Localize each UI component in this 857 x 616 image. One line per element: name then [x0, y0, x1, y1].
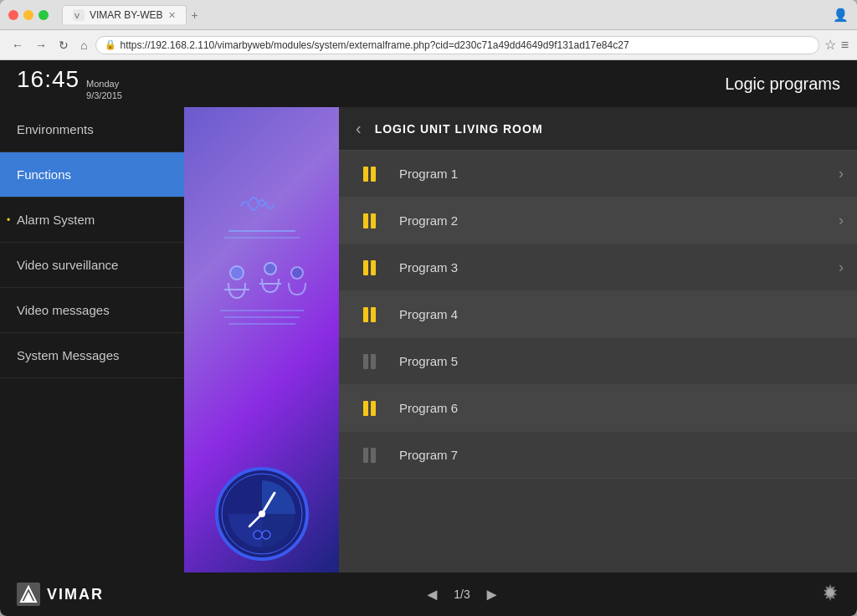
program-name-6: Program 6 [399, 401, 844, 415]
program-chevron-1: › [839, 165, 844, 182]
decorative-symbols [203, 181, 321, 499]
back-button[interactable]: ← [8, 37, 27, 54]
settings-icon [820, 583, 840, 603]
date-label: 9/3/2015 [86, 90, 122, 101]
programs-panel-title: LOGIC UNIT LIVING ROOM [375, 122, 543, 136]
pause-icon-7 [363, 448, 376, 463]
sidebar-item-alarm[interactable]: Alarm System [0, 198, 184, 243]
program-row-5[interactable]: Program 5 [339, 338, 857, 385]
tab-bar: V VIMAR BY-WEB ✕ + [62, 5, 819, 24]
pause-button-6[interactable] [352, 392, 386, 425]
address-bar[interactable]: 🔒 https://192.168.2.110/vimarbyweb/modul… [95, 36, 819, 54]
browser-window: V VIMAR BY-WEB ✕ + 👤 ← → ↻ ⌂ 🔒 https://1… [0, 0, 857, 616]
maximize-button[interactable] [38, 10, 49, 20]
program-name-3: Program 3 [399, 260, 839, 275]
tab-title: VIMAR BY-WEB [90, 9, 163, 21]
program-chevron-2: › [839, 212, 844, 229]
programs-header: ‹ LOGIC UNIT LIVING ROOM [339, 107, 857, 151]
home-button[interactable]: ⌂ [77, 37, 90, 54]
pagination: ◄ 1/3 ► [104, 585, 820, 604]
program-name-1: Program 1 [399, 167, 839, 181]
pause-icon-6 [363, 401, 376, 416]
pause-button-4[interactable] [352, 298, 386, 331]
profile-button[interactable]: 👤 [833, 8, 849, 23]
pause-button-3[interactable] [352, 251, 386, 285]
browser-titlebar: V VIMAR BY-WEB ✕ + 👤 [0, 0, 857, 30]
program-name-2: Program 2 [399, 213, 839, 228]
pause-icon-3 [363, 260, 376, 275]
new-tab-button[interactable]: + [187, 7, 203, 23]
app-title: Logic programs [725, 74, 840, 94]
program-row-6[interactable]: Program 6 [339, 385, 857, 432]
sidebar-item-environments[interactable]: Environments [0, 107, 184, 152]
pause-icon-1 [363, 167, 376, 182]
browser-toolbar: ← → ↻ ⌂ 🔒 https://192.168.2.110/vimarbyw… [0, 30, 857, 60]
app-content: 16:45 Monday 9/3/2015 Logic programs Env… [0, 60, 857, 616]
program-chevron-3: › [839, 259, 844, 276]
menu-button[interactable]: ≡ [841, 38, 849, 53]
svg-point-4 [230, 266, 244, 280]
program-row-3[interactable]: Program 3 › [339, 244, 857, 291]
program-row-2[interactable]: Program 2 › [339, 198, 857, 244]
program-name-5: Program 5 [399, 354, 844, 368]
main-area: Environments Functions Alarm System Vide… [0, 107, 857, 572]
program-name-4: Program 4 [399, 307, 844, 321]
reload-button[interactable]: ↻ [55, 37, 72, 54]
programs-panel: ‹ LOGIC UNIT LIVING ROOM [339, 107, 857, 572]
traffic-lights [8, 10, 49, 20]
vimar-logo: VIMAR [17, 583, 104, 606]
svg-point-16 [259, 511, 265, 517]
svg-point-18 [262, 531, 270, 539]
back-chevron-icon[interactable]: ‹ [356, 119, 362, 138]
programs-list: Program 1 › Program 2 [339, 151, 857, 572]
pause-icon-4 [363, 307, 376, 322]
svg-point-6 [264, 263, 276, 275]
bg-symbols [184, 107, 339, 572]
tab-favicon: V [73, 9, 85, 21]
content-panel: ‹ LOGIC UNIT LIVING ROOM [184, 107, 857, 572]
sidebar-item-video-messages[interactable]: Video messages [0, 288, 184, 333]
pause-icon-5 [363, 354, 376, 369]
tab-close-button[interactable]: ✕ [168, 10, 176, 21]
close-button[interactable] [8, 10, 18, 20]
svg-point-8 [291, 267, 303, 279]
clock-icon [212, 464, 312, 564]
lock-icon: 🔒 [105, 39, 116, 50]
settings-button[interactable] [820, 583, 840, 607]
date-display: Monday 9/3/2015 [86, 79, 122, 100]
browser-tab[interactable]: V VIMAR BY-WEB ✕ [62, 5, 187, 24]
background-image [184, 107, 339, 572]
address-text: https://192.168.2.110/vimarbyweb/modules… [120, 39, 629, 51]
sidebar-item-video-surveillance[interactable]: Video surveillance [0, 243, 184, 288]
svg-text:V: V [74, 12, 80, 20]
sidebar-item-functions[interactable]: Functions [0, 152, 184, 198]
minimize-button[interactable] [23, 10, 33, 20]
pause-button-2[interactable] [352, 204, 386, 238]
sidebar-item-system-messages[interactable]: System Messages [0, 333, 184, 378]
forward-button[interactable]: → [32, 37, 50, 54]
clock: 16:45 [17, 66, 80, 93]
pause-button-7[interactable] [352, 439, 386, 472]
program-row-1[interactable]: Program 1 › [339, 151, 857, 198]
pause-button-1[interactable] [352, 157, 386, 191]
vimar-icon [17, 583, 40, 606]
program-row-4[interactable]: Program 4 [339, 291, 857, 338]
time-display: 16:45 Monday 9/3/2015 [17, 66, 122, 100]
sidebar: Environments Functions Alarm System Vide… [0, 107, 184, 572]
page-info: 1/3 [454, 588, 470, 601]
brand-name: VIMAR [47, 586, 104, 603]
bookmark-button[interactable]: ☆ [824, 37, 836, 53]
prev-page-button[interactable]: ◄ [423, 585, 440, 604]
pause-button-5[interactable] [352, 345, 386, 378]
bottom-bar: VIMAR ◄ 1/3 ► [0, 572, 857, 616]
program-name-7: Program 7 [399, 448, 844, 462]
next-page-button[interactable]: ► [484, 585, 500, 604]
pause-icon-2 [363, 213, 376, 228]
day-label: Monday [86, 79, 122, 90]
program-row-7[interactable]: Program 7 [339, 432, 857, 479]
svg-point-17 [254, 531, 262, 539]
app-header: 16:45 Monday 9/3/2015 Logic programs [0, 60, 857, 107]
